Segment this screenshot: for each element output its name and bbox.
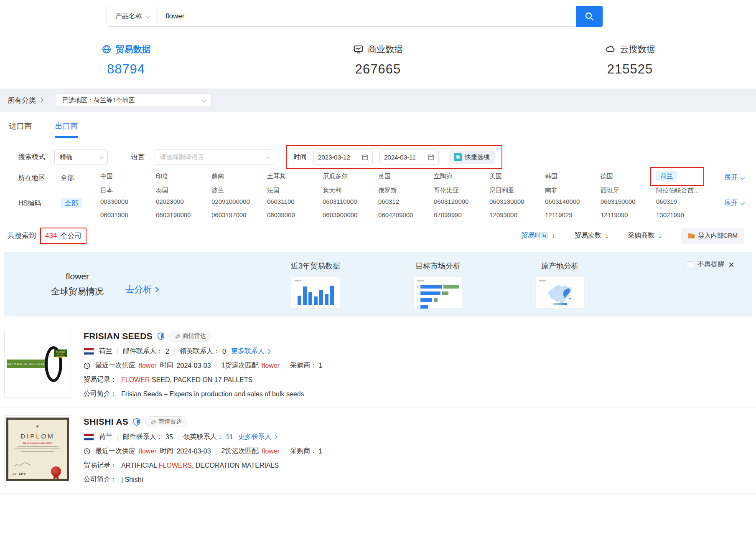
supply-line: 最近一次供应 flower 时间 2024-03-03 2货运次匹配 flowe… <box>84 447 748 456</box>
region-option[interactable]: 意大利 <box>323 187 378 195</box>
banner-card-trade-chart[interactable]: 近3年贸易数据 <box>284 261 347 309</box>
search-mode-select[interactable]: 精确 <box>54 149 108 165</box>
hs-code-option[interactable]: 06031100 <box>267 198 323 205</box>
selected-region-dropdown[interactable]: 已选地区：荷兰等1个地区 <box>56 94 211 107</box>
tab-business-data[interactable]: 商业数据 267665 <box>252 43 504 77</box>
language-select[interactable]: 请选择翻译语言 <box>155 149 274 165</box>
region-option[interactable]: 印度 <box>156 172 211 180</box>
region-option[interactable]: 南非 <box>545 187 601 195</box>
hs-code-option[interactable]: 060319 <box>656 198 712 205</box>
region-option-all[interactable]: 全部 <box>61 172 100 182</box>
stat-value: 215525 <box>607 62 653 77</box>
region-option[interactable]: 尼日利亚 <box>489 187 545 195</box>
region-option[interactable]: 厄瓜多尔 <box>323 172 378 180</box>
hs-code-option[interactable]: 0603140000 <box>545 198 601 205</box>
breadcrumb-all-categories[interactable]: 所有分类 <box>8 96 43 105</box>
region-option[interactable]: 立陶宛 <box>434 172 489 180</box>
hs-code-option[interactable]: 07099990 <box>434 211 489 218</box>
company-country: 荷兰 <box>99 347 112 356</box>
region-option[interactable]: 哥伦比亚 <box>434 187 489 195</box>
region-option[interactable]: 波兰 <box>211 187 267 195</box>
region-option[interactable]: 法国 <box>267 187 323 195</box>
quick-options-button[interactable]: ⌘ 快捷选项 <box>449 150 495 164</box>
hs-code-option[interactable]: 06031900 <box>100 211 156 218</box>
trade-data-page: 产品名称 贸易数据 88794 <box>0 0 756 494</box>
category-band: 所有分类 已选地区：荷兰等1个地区 <box>0 89 756 112</box>
search-category-select[interactable]: 产品名称 <box>107 6 158 26</box>
tab-trade-data[interactable]: 贸易数据 88794 <box>0 43 252 77</box>
hs-code-option[interactable]: 0603150000 <box>601 198 656 205</box>
hs-code-option[interactable]: 060312 <box>378 198 434 205</box>
search-button[interactable] <box>576 6 603 27</box>
region-option[interactable]: 荷兰 <box>656 172 712 180</box>
more-contacts-link[interactable]: 更多联系人 <box>238 433 277 441</box>
hs-code-option[interactable]: 00330000 <box>100 198 156 205</box>
region-option[interactable]: 英国 <box>378 172 434 180</box>
diploma-subtitle: Eesti Gasellettevõte 2015 <box>12 442 64 444</box>
buyers-count: 1 <box>318 362 322 370</box>
banner-card-market-analysis[interactable]: 目标市场分析 <box>407 261 469 309</box>
folder-icon <box>688 233 695 239</box>
region-option[interactable]: 阿拉伯联合酋... <box>656 187 712 195</box>
region-option[interactable]: 中国 <box>100 172 156 180</box>
filter-row-mode: 搜索模式 精确 语言 请选择翻译语言 时间 2023-03-12 <box>0 145 756 169</box>
region-option[interactable]: 德国 <box>601 172 656 180</box>
hs-option-all[interactable]: 全部 <box>61 198 100 208</box>
company-logo[interactable]: ✶ DIPLOM Eesti Gasellettevõte 2015 ▰▰ LH… <box>4 415 71 483</box>
hs-code-option[interactable]: 0604209000 <box>378 211 434 218</box>
date-to-input[interactable]: 2024-03-11 <box>379 149 439 165</box>
divider <box>216 362 216 369</box>
tab-cloud-search-data[interactable]: 云搜数据 215525 <box>504 43 756 77</box>
sort-option[interactable]: 采购商数↓ <box>628 231 662 240</box>
hs-code-option[interactable]: 02023000 <box>156 198 211 205</box>
more-contacts-link[interactable]: 更多联系人 <box>231 347 270 356</box>
hs-code-option[interactable]: 0603110000 <box>323 198 378 205</box>
hs-expand-link[interactable]: 展开 <box>724 199 743 208</box>
hs-code-option[interactable]: 06039000 <box>267 211 323 218</box>
region-option[interactable]: 西班牙 <box>601 187 656 195</box>
go-analyze-link[interactable]: 去分析 <box>125 284 158 295</box>
banner-card-title: 原产地分析 <box>529 261 591 271</box>
hs-code-option[interactable]: 0603130000 <box>489 198 545 205</box>
mini-hbar-green-segment <box>443 285 459 289</box>
hs-code-option[interactable]: 02091000000 <box>211 198 267 205</box>
company-name[interactable]: FRISIAN SEEDS <box>84 331 153 341</box>
mini-bar <box>303 286 307 305</box>
banner-card-origin-analysis[interactable]: 原产地分析 <box>529 261 591 309</box>
hs-code-option[interactable]: 12093000 <box>489 211 545 218</box>
region-option[interactable]: 俄罗斯 <box>378 187 434 195</box>
hs-code-option[interactable]: 13021990 <box>656 211 712 218</box>
results-count-value: 434 <box>45 232 57 240</box>
contact-line: 荷兰 邮件联系人： 2 领英联系人： 0 更多联系人 <box>84 347 748 356</box>
business-radar-badge[interactable]: 商情雷达 <box>145 416 187 427</box>
tab-importer[interactable]: 进口商 <box>8 112 33 138</box>
region-option[interactable]: 越南 <box>211 172 267 180</box>
sort-option[interactable]: 贸易时间↓ <box>521 231 555 240</box>
import-crm-button[interactable]: 导入内部CRM <box>681 228 744 244</box>
region-option[interactable]: 美国 <box>489 172 545 180</box>
sort-option[interactable]: 贸易次数↓ <box>575 231 609 240</box>
divider <box>117 434 118 441</box>
filter-panel: 搜索模式 精确 语言 请选择翻译语言 时间 2023-03-12 <box>0 138 756 222</box>
map-legend <box>553 303 567 305</box>
hs-code-option[interactable]: 12119090 <box>601 211 656 218</box>
date-from-input[interactable]: 2023-03-12 <box>313 149 373 165</box>
company-logo[interactable]: SUPPLIER OF ALL SEEDS FLOWER BLEND EXPER… <box>4 330 71 398</box>
dont-remind-checkbox[interactable] <box>687 261 693 268</box>
region-option[interactable]: 日本 <box>100 187 156 195</box>
hs-code-option[interactable]: 12119029 <box>545 211 601 218</box>
business-radar-badge[interactable]: 商情雷达 <box>169 331 211 342</box>
region-option[interactable]: 土耳其 <box>267 172 323 180</box>
company-name[interactable]: SHISHI AS <box>84 417 128 427</box>
close-icon[interactable]: × <box>728 261 734 268</box>
region-option[interactable]: 泰国 <box>156 187 211 195</box>
search-input[interactable] <box>158 6 576 26</box>
region-expand-link[interactable]: 展开 <box>724 173 743 182</box>
region-option[interactable]: 韩国 <box>545 172 601 180</box>
hs-code-option[interactable]: 0603197000 <box>211 211 267 218</box>
hs-code-option[interactable]: 0603120000 <box>434 198 489 205</box>
tab-exporter[interactable]: 出口商 <box>53 112 79 138</box>
hs-code-option[interactable]: 0603900000 <box>323 211 378 218</box>
thumb-caption-bar <box>295 280 301 281</box>
hs-code-option[interactable]: 0603190000 <box>156 211 211 218</box>
